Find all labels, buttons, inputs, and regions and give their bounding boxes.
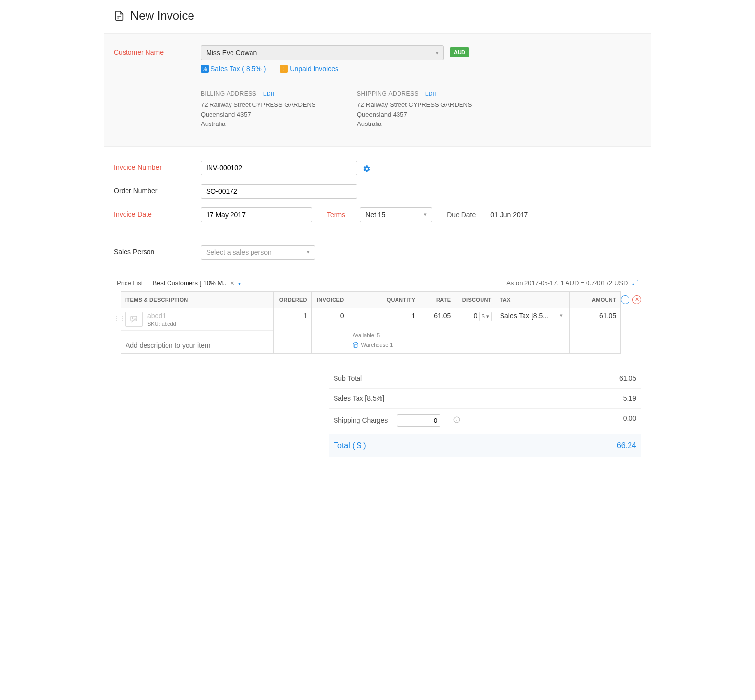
svg-rect-4 <box>355 345 357 347</box>
info-icon[interactable] <box>453 416 460 425</box>
billing-line2: Queensland 4357 <box>201 110 328 120</box>
invoiced-value: 0 <box>311 308 348 353</box>
drag-handle-icon[interactable]: ⋮⋮ <box>114 291 121 322</box>
shipping-heading: SHIPPING ADDRESS <box>357 90 419 97</box>
chevron-down-icon: ▾ <box>307 249 310 255</box>
billing-line3: Australia <box>201 119 328 129</box>
pricelist-select[interactable]: Best Customers [ 10% M.. <box>152 279 226 288</box>
percent-icon: % <box>201 65 209 73</box>
invoice-number-input[interactable] <box>201 161 357 175</box>
order-number-label: Order Number <box>114 184 201 195</box>
shipping-label: Shipping Charges <box>334 416 388 424</box>
shipping-line3: Australia <box>357 119 484 129</box>
gear-icon[interactable] <box>363 163 371 173</box>
col-discount: DISCOUNT <box>455 291 496 308</box>
chevron-down-icon[interactable]: ▾ <box>238 281 241 286</box>
customer-name-value: Miss Eve Cowan <box>206 49 257 57</box>
tax-value: Sales Tax [8.5... <box>500 312 548 320</box>
currency-badge: AUD <box>450 47 469 57</box>
terms-label: Terms <box>327 211 345 219</box>
alert-icon: ! <box>280 65 288 73</box>
subtotal-label: Sub Total <box>334 374 362 382</box>
total-value: 66.24 <box>617 441 636 450</box>
shipping-line1: 72 Railway Street CYPRESS GARDENS <box>357 100 484 110</box>
sales-person-label: Sales Person <box>114 245 201 256</box>
sales-tax-link[interactable]: Sales Tax ( 8.5% ) <box>210 65 266 73</box>
divider <box>114 232 641 232</box>
close-icon[interactable]: ✕ <box>230 280 234 286</box>
col-items: ITEMS & DESCRIPTION <box>121 291 274 308</box>
invoice-icon <box>114 10 125 21</box>
item-description-input[interactable] <box>121 331 273 353</box>
exchange-rate-note: As on 2017-05-17, 1 AUD = 0.740172 USD <box>506 279 628 287</box>
shipping-address-block: SHIPPING ADDRESS EDIT 72 Railway Street … <box>357 90 484 129</box>
invoice-date-input[interactable] <box>201 207 312 222</box>
unpaid-invoices-link[interactable]: Unpaid Invoices <box>290 65 338 73</box>
total-label: Total ( $ ) <box>334 441 366 450</box>
warehouse-icon <box>352 341 359 348</box>
col-invoiced: INVOICED <box>311 291 348 308</box>
item-name[interactable]: abcd1 <box>147 312 176 320</box>
customer-name-select[interactable]: Miss Eve Cowan ▾ <box>201 45 444 60</box>
chevron-down-icon: ▾ <box>436 50 439 56</box>
subtotal-value: 61.05 <box>619 374 636 382</box>
page-header: New Invoice <box>104 0 651 34</box>
pricelist-label: Price List <box>117 279 143 287</box>
terms-value: Net 15 <box>365 211 385 219</box>
pencil-icon[interactable] <box>632 279 638 287</box>
shipping-input[interactable] <box>397 414 440 427</box>
available-text: Available: 5 <box>352 332 415 338</box>
item-sku: SKU: abcdd <box>147 321 176 327</box>
quantity-input[interactable]: 1 <box>352 312 415 320</box>
svg-point-3 <box>132 317 133 318</box>
order-number-input[interactable] <box>201 184 357 199</box>
warehouse-name[interactable]: Warehouse 1 <box>361 342 393 348</box>
shipping-edit-link[interactable]: EDIT <box>425 91 438 97</box>
discount-unit-select[interactable]: $ ▾ <box>479 312 491 321</box>
table-row: abcd1 SKU: abcdd 1 0 1 Available: 5 <box>121 308 621 353</box>
billing-address-block: BILLING ADDRESS EDIT 72 Railway Street C… <box>201 90 328 129</box>
billing-line1: 72 Railway Street CYPRESS GARDENS <box>201 100 328 110</box>
sales-person-select[interactable]: Select a sales person ▾ <box>201 245 315 260</box>
chevron-down-icon: ▾ <box>424 211 427 218</box>
shipping-line2: Queensland 4357 <box>357 110 484 120</box>
invoice-number-label: Invoice Number <box>114 161 201 171</box>
col-tax: TAX <box>496 291 569 308</box>
tax-select[interactable]: Sales Tax [8.5... ▾ <box>500 312 563 320</box>
col-quantity: QUANTITY <box>348 291 419 308</box>
chevron-down-icon: ▾ <box>560 312 563 319</box>
line-items-table: ITEMS & DESCRIPTION ORDERED INVOICED QUA… <box>121 291 621 354</box>
separator <box>273 65 273 73</box>
due-date-value: 01 Jun 2017 <box>490 211 528 219</box>
terms-select[interactable]: Net 15 ▾ <box>360 207 432 222</box>
col-ordered: ORDERED <box>273 291 311 308</box>
tax-total-label: Sales Tax [8.5%] <box>334 394 384 402</box>
col-rate: RATE <box>419 291 455 308</box>
invoice-date-label: Invoice Date <box>114 207 201 218</box>
rate-value[interactable]: 61.05 <box>419 308 455 353</box>
page-title: New Invoice <box>130 9 194 22</box>
due-date-label: Due Date <box>447 211 476 219</box>
billing-heading: BILLING ADDRESS <box>201 90 256 97</box>
col-amount: AMOUNT <box>569 291 620 308</box>
tax-total-value: 5.19 <box>623 394 636 402</box>
ordered-value: 1 <box>273 308 311 353</box>
shipping-amount: 0.00 <box>623 414 636 427</box>
billing-edit-link[interactable]: EDIT <box>263 91 275 97</box>
discount-input[interactable]: 0 <box>474 312 478 320</box>
sales-person-placeholder: Select a sales person <box>206 248 272 256</box>
image-placeholder-icon[interactable] <box>125 312 143 327</box>
more-options-button[interactable]: ⋯ <box>621 295 629 304</box>
amount-value: 61.05 <box>569 308 620 353</box>
customer-name-label: Customer Name <box>114 45 201 56</box>
delete-row-button[interactable]: ✕ <box>632 295 641 304</box>
